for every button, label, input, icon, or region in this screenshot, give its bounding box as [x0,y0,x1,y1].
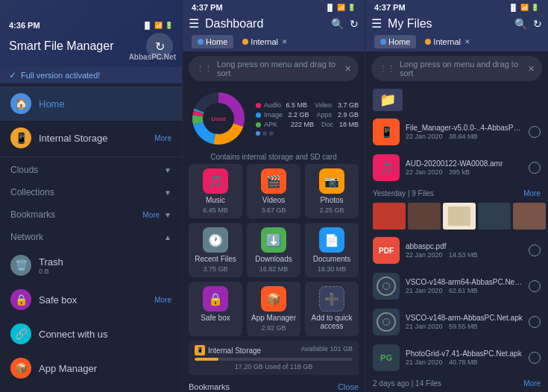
file-info-1: File_Manager-v5.0.0-..4-AbbasPC.Net.apk … [406,124,523,140]
signal3-icon: ▐▌ [508,4,518,11]
file-info-pdf: abbaspc.pdf 22 Jan 2020 14.53 MB [406,242,523,259]
panel2-header: 4:37 PM ▐▌ 📶 🔋 ☰ Dashboard 🔍 ↻ Home Inte… [183,0,365,51]
status-icons-2: ▐▌ 📶 🔋 [325,3,356,12]
search-bar-3[interactable]: ⋮⋮ Long press on menu and drag to sort ✕ [371,56,542,81]
bookmarks-more[interactable]: More [142,211,160,219]
safebox-label: Safe box [39,294,154,306]
search-sm-icon: ⋮⋮ [196,64,212,74]
file-meta-vsco2: 21 Jan 2020 59.55 MB [406,323,523,330]
safebox-more[interactable]: More [154,296,171,304]
sidebar-item-appmanager[interactable]: 📦 App Manager [0,351,182,385]
apk-value: 222 MB [291,121,314,128]
tab-close-icon[interactable]: ✕ [282,38,288,45]
tab-internal-3[interactable]: Internal ✕ [419,35,476,48]
category-appmanager[interactable]: 📦 App Manager 2.92 GB [247,282,300,336]
videos-name: Videos [262,196,285,204]
file-info-photogrid: PhotoGrid-v7.41-AbbasPC.Net.apk 21 Jan 2… [406,350,523,366]
sidebar-item-otherapps[interactable]: 📲 Our other apps More [0,385,182,392]
bookmarks-close-btn[interactable]: Close [338,382,359,391]
file-select-vsco1[interactable] [529,280,541,292]
bookmarks-section: Bookmarks Close [183,379,365,392]
home-label: Home [39,98,171,110]
watermark: AbbasPC.Net [129,53,176,61]
category-recent[interactable]: 🕐 Recent Files 3.75 GB [189,223,242,277]
search-clear3-icon[interactable]: ✕ [528,64,535,74]
yesterday-more[interactable]: More [523,189,541,197]
file-select-2[interactable] [529,162,541,174]
category-photos[interactable]: 📷 Photos 2.25 GB [305,164,359,218]
category-music[interactable]: 🎵 Music 6.45 MB [189,164,242,218]
tab-home-2[interactable]: Home [192,35,233,48]
panel1-header: 4:36 PM ▐▌ 📶 🔋 Smart File Manager ↻ Abba… [0,0,182,67]
two-days-more[interactable]: More [523,379,541,388]
network-label: Network [10,232,164,242]
search-clear-icon[interactable]: ✕ [344,64,351,74]
vsco2-icon [373,309,400,335]
category-documents[interactable]: 📄 Documents 18.30 MB [305,223,359,277]
sidebar-item-home[interactable]: 🏠 Home [0,86,182,121]
refresh-icon[interactable]: ↻ [350,18,359,30]
sidebar-section-network[interactable]: Network ▲ [0,226,182,248]
file-name-2: AUD-20200122-WA0008.amr [406,159,523,168]
hamburger3-icon[interactable]: ☰ [371,16,382,31]
tab-internal-label: Internal [251,37,278,46]
internal-more[interactable]: More [154,134,171,142]
file-item[interactable]: VSCO-v148-arm64-AbbasPC.Net.apk 21 Jan 2… [365,268,548,304]
file-item[interactable]: PDF abbaspc.pdf 22 Jan 2020 14.53 MB [365,233,548,268]
sidebar-item-trash[interactable]: 🗑️ Trash 0 B [0,248,182,282]
search-icon[interactable]: 🔍 [331,18,344,30]
file-apk-icon: 📱 [373,118,400,145]
appmanager2-icon: 📦 [261,286,286,312]
file-select-vsco2[interactable] [529,316,541,328]
dot-indicator-2 [269,131,274,136]
battery3-icon: 🔋 [531,4,539,11]
storage-available: Available 101 GB [301,345,353,355]
file-meta-1: 22 Jan 2020 38.64 MB [406,133,523,140]
tab-internal3-dot [425,39,431,45]
thumbnail-row [365,200,548,233]
file-meta-pdf: 22 Jan 2020 14.53 MB [406,251,523,259]
storage-icon: 📱 [195,345,205,355]
category-safebox[interactable]: 🔒 Safe box [189,282,242,336]
file-item[interactable]: PG PhotoGrid-v7.41-AbbasPC.Net.apk 21 Ja… [365,340,548,376]
two-days-section: 2 days ago | 14 Files More [365,376,548,390]
video-value: 3.7 GB [338,101,359,109]
category-downloads[interactable]: ⬇️ Downloads 16.82 MB [247,223,300,277]
dashboard-title: Dashboard [205,17,325,31]
sidebar-section-collections[interactable]: Collections ▼ [0,181,182,203]
search-bar-2[interactable]: ⋮⋮ Long press on menu and drag to sort ✕ [189,56,359,81]
file-item[interactable]: VSCO-v148-arm-AbbasPC.Net.apk 21 Jan 202… [365,304,548,340]
file-info-2: AUD-20200122-WA0008.amr 22 Jan 2020 395 … [406,159,523,176]
audio-label: Audio [264,101,283,109]
hamburger-icon[interactable]: ☰ [189,16,199,31]
file-select-1[interactable] [529,126,541,138]
thumb-1 [373,203,406,230]
search3-icon[interactable]: 🔍 [514,18,527,30]
file-select-photogrid[interactable] [529,352,541,364]
sidebar-section-bookmarks[interactable]: Bookmarks More ▼ [0,203,182,226]
category-videos[interactable]: 🎬 Videos 3.67 GB [247,164,300,218]
photos-name: Photos [320,196,343,204]
sidebar-item-connect[interactable]: 🔗 Connect with us [0,317,182,351]
sidebar-item-internal[interactable]: 📱 Internal Storage More [0,121,182,155]
refresh3-icon[interactable]: ↻ [533,18,542,30]
file-item[interactable]: 📱 File_Manager-v5.0.0-..4-AbbasPC.Net.ap… [365,114,548,150]
audio-value: 6.5 MB [286,101,308,109]
tab-internal-2[interactable]: Internal ✕ [236,35,294,48]
category-add[interactable]: ➕ Add to quick access [305,282,359,336]
tab-home-3[interactable]: Home [374,35,416,48]
tab-close3-icon[interactable]: ✕ [464,38,470,45]
sidebar-section-clouds[interactable]: Clouds ▼ [0,159,182,181]
wifi-icon: 📶 [154,22,163,29]
signal-icon: ▐▌ [142,22,152,29]
file-meta-2: 22 Jan 2020 395 kB [406,168,523,176]
file-item[interactable]: 🎵 AUD-20200122-WA0008.amr 22 Jan 2020 39… [365,150,548,186]
thumb-2 [408,203,441,230]
contains-text: Contains internal storage and SD card [183,151,365,164]
chevron-collections: ▼ [164,189,171,197]
file-select-pdf[interactable] [529,244,541,256]
folder-icon: 📁 [373,89,403,111]
home-icon: 🏠 [10,93,31,114]
sidebar-item-safebox[interactable]: 🔒 Safe box More [0,282,182,317]
documents-size: 18.30 MB [318,265,347,273]
